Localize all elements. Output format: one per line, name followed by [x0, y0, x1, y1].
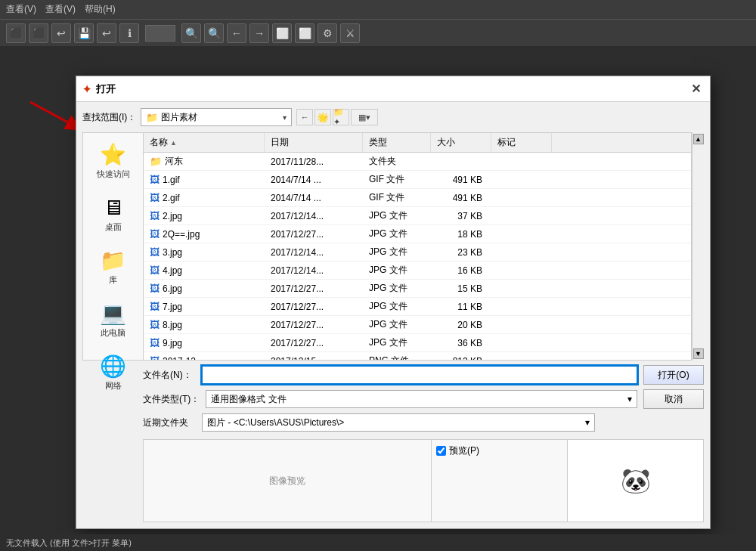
file-cell-size: 37 KB	[431, 207, 491, 224]
col-type[interactable]: 类型	[363, 133, 431, 152]
location-bar: 查找范围(I)： 📁 图片素材 ▾ ← 🌟 📁✦ ▦▾	[82, 108, 704, 126]
file-name: 2.gif	[163, 193, 180, 203]
toolbar-btn-1[interactable]: ⬛	[6, 23, 26, 43]
toolbar-btn-zoom-in[interactable]: 🔍	[181, 23, 201, 43]
toolbar-btn-settings[interactable]: ⚙	[318, 23, 337, 43]
sidebar: ⭐ 快速访问 🖥 桌面 📁 库 💻 此电脑 🌐 网络	[82, 132, 143, 361]
table-row[interactable]: 🖼 8.jpg 2017/12/27... JPG 文件 20 KB	[144, 316, 691, 334]
preview-checkbox-label[interactable]: 预览(P)	[436, 444, 479, 457]
file-cell-tag	[491, 334, 552, 351]
filename-input[interactable]	[202, 366, 637, 384]
preview-checkbox-area: 预览(P)	[432, 439, 568, 522]
nav-back-btn[interactable]: ←	[296, 109, 313, 125]
file-cell-date: 2014/7/14 ...	[265, 189, 363, 206]
col-size[interactable]: 大小	[431, 133, 491, 152]
filetype-label: 文件类型(T)：	[143, 393, 200, 406]
scroll-down-btn[interactable]: ▼	[693, 348, 704, 359]
cancel-button[interactable]: 取消	[643, 389, 704, 409]
bottom-section: 文件名(N)： 打开(O) 文件类型(T)： 通用图像格式 文件 ▾ 取消 近期…	[82, 365, 704, 522]
file-cell-date: 2017/12/27...	[265, 334, 363, 351]
table-row[interactable]: 🖼 9.jpg 2017/12/27... JPG 文件 36 KB	[144, 334, 691, 352]
table-row[interactable]: 🖼 1.gif 2014/7/14 ... GIF 文件 491 KB	[144, 171, 691, 189]
toolbar-btn-3[interactable]: ↩	[51, 23, 71, 43]
open-dialog: ✦ 打开 ✕ 查找范围(I)： 📁 图片素材 ▾ ← 🌟 📁✦ ▦▾	[76, 76, 711, 529]
close-button[interactable]: ✕	[687, 81, 704, 98]
file-cell-tag	[491, 225, 552, 243]
file-icon: 🖼	[150, 337, 160, 348]
scroll-up-btn[interactable]: ▲	[693, 134, 704, 144]
toolbar-btn-5[interactable]: ↩	[97, 23, 116, 43]
toolbar-btn-extra[interactable]: ⚔	[340, 23, 360, 43]
panda-thumbnail: 🐼	[617, 462, 655, 500]
menu-item-view1[interactable]: 查看(V)	[6, 3, 36, 16]
file-cell-type: PNG 文件	[363, 352, 431, 360]
file-cell-name: 🖼 2.jpg	[144, 207, 265, 224]
file-list-header: 名称 ▲ 日期 类型 大小 标记	[144, 133, 691, 153]
nav-new-folder-btn[interactable]: 📁✦	[333, 109, 349, 125]
filename-row: 文件名(N)： 打开(O)	[82, 365, 704, 385]
sidebar-item-desktop[interactable]: 🖥 桌面	[88, 192, 139, 236]
table-row[interactable]: 📁 河东 2017/11/28... 文件夹	[144, 153, 691, 171]
open-button[interactable]: 打开(O)	[643, 365, 704, 385]
toolbar-btn-zoom-out[interactable]: 🔍	[204, 23, 224, 43]
file-icon: 🖼	[150, 265, 160, 276]
sidebar-item-thispc[interactable]: 💻 此电脑	[88, 298, 139, 342]
table-row[interactable]: 🖼 3.jpg 2017/12/14... JPG 文件 23 KB	[144, 243, 691, 262]
file-list-body: 📁 河东 2017/11/28... 文件夹 🖼 1.gif 2014/7/14…	[144, 153, 691, 360]
sidebar-item-library[interactable]: 📁 库	[88, 245, 139, 289]
sidebar-item-quickaccess[interactable]: ⭐ 快速访问	[88, 139, 139, 183]
file-cell-name: 🖼 7.jpg	[144, 298, 265, 315]
filetype-row: 文件类型(T)： 通用图像格式 文件 ▾ 取消	[82, 389, 704, 409]
toolbar-btn-4[interactable]: 💾	[74, 23, 94, 43]
file-cell-type: JPG 文件	[363, 334, 431, 351]
dialog-body: 查找范围(I)： 📁 图片素材 ▾ ← 🌟 📁✦ ▦▾ ⭐ 快速访问	[76, 102, 710, 528]
file-cell-type: 文件夹	[363, 153, 431, 170]
table-row[interactable]: 🖼 2.gif 2014/7/14 ... GIF 文件 491 KB	[144, 189, 691, 207]
toolbar-btn-r1[interactable]: ⬜	[272, 23, 292, 43]
scrollbar-track[interactable]: ▲ ▼	[692, 132, 704, 361]
filename-label: 文件名(N)：	[143, 369, 196, 382]
image-preview-panel: 图像预览	[143, 439, 432, 522]
sidebar-label-quickaccess: 快速访问	[97, 169, 130, 180]
menu-item-view2[interactable]: 查看(V)	[45, 3, 76, 16]
file-icon: 🖼	[150, 283, 160, 294]
toolbar-btn-forward[interactable]: →	[249, 23, 269, 43]
table-row[interactable]: 🖼 2Q==.jpg 2017/12/27... JPG 文件 18 KB	[144, 225, 691, 243]
recent-select[interactable]: 图片 - <C:\Users\ASUS\Pictures\> ▾	[202, 413, 595, 432]
file-cell-size: 23 KB	[431, 243, 491, 261]
file-cell-size: 11 KB	[431, 298, 491, 315]
toolbar-btn-r2[interactable]: ⬜	[295, 23, 314, 43]
col-name[interactable]: 名称 ▲	[144, 133, 265, 152]
nav-up-btn[interactable]: 🌟	[314, 109, 331, 125]
quickaccess-icon: ⭐	[100, 142, 126, 167]
view-toggle-btn[interactable]: ▦▾	[351, 109, 378, 125]
file-cell-date: 2017/12/14...	[265, 262, 363, 279]
col-tag[interactable]: 标记	[491, 133, 552, 152]
file-cell-name: 🖼 9.jpg	[144, 334, 265, 351]
file-cell-name: 🖼 3.jpg	[144, 243, 265, 261]
menu-item-help[interactable]: 帮助(H)	[85, 3, 116, 16]
col-date[interactable]: 日期	[265, 133, 363, 152]
file-cell-date: 2017/12/15...	[265, 352, 363, 360]
dropdown-arrow-icon: ▾	[283, 113, 287, 122]
library-icon: 📁	[100, 248, 126, 273]
table-row[interactable]: 🖼 6.jpg 2017/12/27... JPG 文件 15 KB	[144, 280, 691, 298]
current-folder: 图片素材	[161, 111, 197, 124]
table-row[interactable]: 🖼 2017-12-... 2017/12/15... PNG 文件 812 K…	[144, 352, 691, 360]
file-cell-tag	[491, 189, 552, 206]
filetype-select[interactable]: 通用图像格式 文件 ▾	[206, 390, 637, 408]
file-icon: 🖼	[150, 174, 160, 185]
toolbar-btn-2[interactable]: ⬛	[29, 23, 48, 43]
location-label: 查找范围(I)：	[82, 111, 136, 124]
thispc-icon: 💻	[100, 301, 126, 326]
table-row[interactable]: 🖼 7.jpg 2017/12/27... JPG 文件 11 KB	[144, 298, 691, 316]
toolbar-btn-6[interactable]: ℹ	[119, 23, 139, 43]
toolbar-btn-back[interactable]: ←	[227, 23, 246, 43]
file-cell-name: 🖼 8.jpg	[144, 316, 265, 333]
table-row[interactable]: 🖼 4.jpg 2017/12/14... JPG 文件 16 KB	[144, 262, 691, 280]
table-row[interactable]: 🖼 2.jpg 2017/12/14... JPG 文件 37 KB	[144, 207, 691, 225]
location-dropdown[interactable]: 📁 图片素材 ▾	[141, 108, 292, 126]
desktop-icon: 🖥	[103, 195, 124, 220]
preview-checkbox[interactable]	[436, 446, 446, 456]
file-cell-size	[431, 153, 491, 170]
